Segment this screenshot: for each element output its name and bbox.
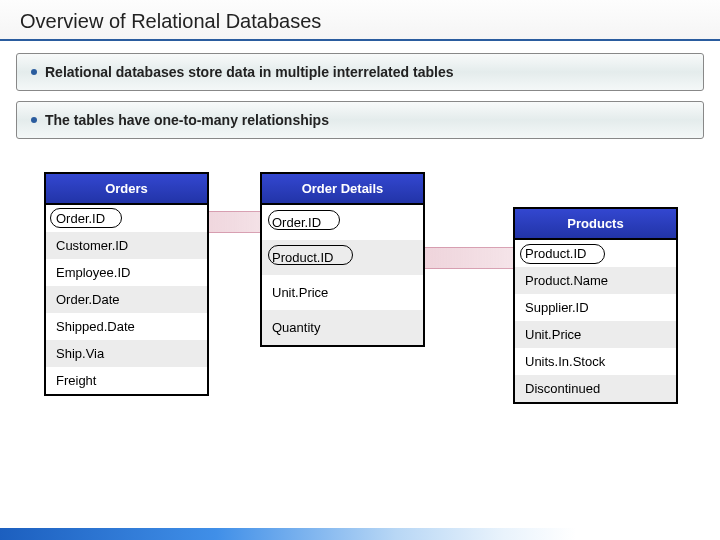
field-row: Shipped.Date <box>46 313 207 340</box>
bullet-item: The tables have one-to-many relationship… <box>16 101 704 139</box>
field-row: Unit.Price <box>262 275 423 310</box>
bullet-list: Relational databases store data in multi… <box>0 41 720 167</box>
bullet-text: Relational databases store data in multi… <box>45 64 453 80</box>
field-row: Units.In.Stock <box>515 348 676 375</box>
field-row: Freight <box>46 367 207 394</box>
field-row: Product.ID <box>515 240 676 267</box>
bullet-text: The tables have one-to-many relationship… <box>45 112 329 128</box>
field-row: Unit.Price <box>515 321 676 348</box>
field-row: Order.Date <box>46 286 207 313</box>
bullet-icon <box>31 117 37 123</box>
field-row: Order.ID <box>46 205 207 232</box>
field-row: Ship.Via <box>46 340 207 367</box>
bullet-icon <box>31 69 37 75</box>
table-header: Orders <box>46 174 207 205</box>
field-row: Quantity <box>262 310 423 345</box>
table-order-details: Order Details Order.ID Product.ID Unit.P… <box>260 172 425 347</box>
field-row: Product.Name <box>515 267 676 294</box>
table-header: Products <box>515 209 676 240</box>
field-row: Customer.ID <box>46 232 207 259</box>
field-row: Order.ID <box>262 205 423 240</box>
table-products: Products Product.ID Product.Name Supplie… <box>513 207 678 404</box>
table-orders: Orders Order.ID Customer.ID Employee.ID … <box>44 172 209 396</box>
field-row: Employee.ID <box>46 259 207 286</box>
bullet-item: Relational databases store data in multi… <box>16 53 704 91</box>
footer-gradient <box>0 528 720 540</box>
er-diagram: Orders Order.ID Customer.ID Employee.ID … <box>0 167 720 507</box>
table-header: Order Details <box>262 174 423 205</box>
field-row: Discontinued <box>515 375 676 402</box>
field-row: Product.ID <box>262 240 423 275</box>
page-title: Overview of Relational Databases <box>0 0 720 41</box>
field-row: Supplier.ID <box>515 294 676 321</box>
